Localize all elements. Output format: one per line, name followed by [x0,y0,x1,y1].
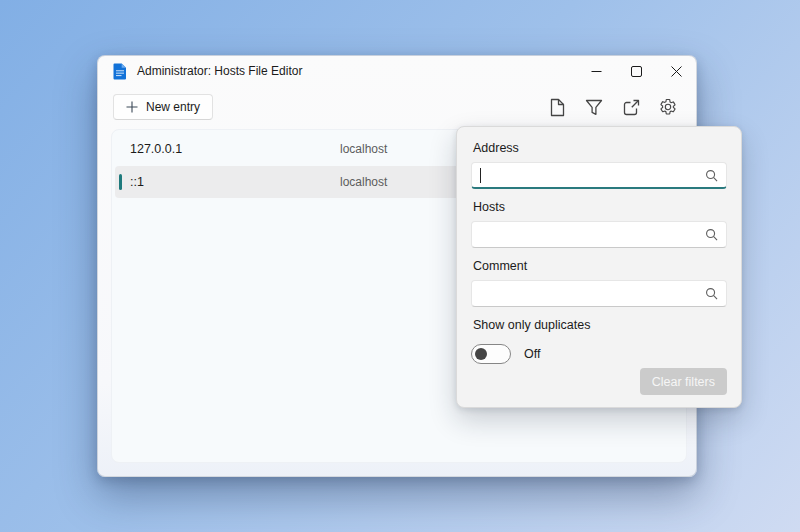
duplicates-toggle[interactable] [471,344,511,364]
entry-hosts: localhost [340,142,387,156]
hosts-label: Hosts [473,200,727,214]
show-only-duplicates-label: Show only duplicates [473,318,727,332]
new-file-button[interactable] [546,96,568,118]
comment-search-input[interactable] [471,280,727,307]
maximize-icon [631,66,642,77]
settings-icon [659,98,677,116]
filter-icon [585,99,603,116]
filter-flyout: Address Hosts Comment Show [456,126,742,408]
address-label: Address [473,141,727,155]
toggle-knob-icon [475,348,487,360]
close-icon [671,66,682,77]
desktop: { "window": { "title": "Administrator: H… [0,0,800,532]
entry-address: ::1 [130,175,340,189]
comment-label: Comment [473,259,727,273]
close-button[interactable] [656,56,696,86]
filter-button[interactable] [583,96,605,118]
selection-indicator [119,174,122,190]
app-document-icon [113,63,127,80]
minimize-icon [591,66,602,77]
maximize-button[interactable] [616,56,656,86]
hosts-field-wrap [471,221,727,248]
window-controls [576,56,696,86]
text-cursor [480,168,481,183]
entry-hosts: localhost [340,175,387,189]
toolbar-icons [546,96,679,118]
new-entry-button[interactable]: New entry [113,94,213,120]
new-entry-label: New entry [146,100,200,114]
settings-button[interactable] [657,96,679,118]
comment-field-wrap [471,280,727,307]
duplicates-toggle-line: Off [471,344,727,364]
open-external-icon [623,99,640,116]
minimize-button[interactable] [576,56,616,86]
hosts-search-input[interactable] [471,221,727,248]
toggle-state-label: Off [524,347,540,361]
plus-icon [126,101,138,113]
clear-filters-button[interactable]: Clear filters [640,368,727,395]
titlebar: Administrator: Hosts File Editor [98,56,696,86]
open-external-button[interactable] [620,96,642,118]
address-field-wrap [471,162,727,189]
entry-address: 127.0.0.1 [130,142,340,156]
new-file-icon [549,98,566,117]
window-title: Administrator: Hosts File Editor [137,64,302,78]
toolbar: New entry [98,86,696,128]
address-search-input[interactable] [471,162,727,189]
